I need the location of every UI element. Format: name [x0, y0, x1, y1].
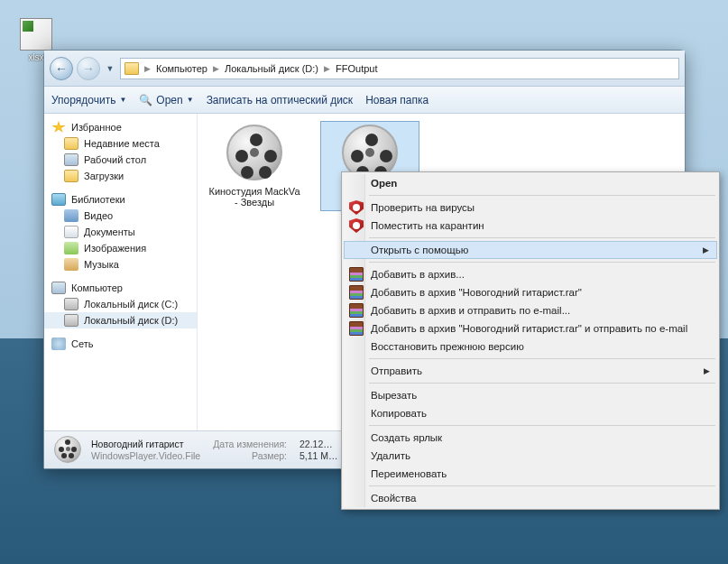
file-label: Киностудия MackVa - Звезды — [208, 186, 300, 208]
chevron-right-icon: ▶ — [324, 64, 330, 73]
sidebar-item-downloads[interactable]: Загрузки — [44, 168, 197, 184]
details-size-label: Размер: — [213, 450, 287, 461]
sidebar-item-video[interactable]: Видео — [44, 208, 197, 224]
sidebar-item-disk-d[interactable]: Локальный диск (D:) — [44, 312, 197, 328]
menu-cut[interactable]: Вырезать — [344, 386, 717, 404]
context-menu: Open Проверить на вирусы Поместить на ка… — [341, 171, 720, 510]
submenu-arrow-icon: ▶ — [704, 366, 710, 375]
disk-icon — [64, 314, 78, 327]
menu-quarantine[interactable]: Поместить на карантин — [344, 217, 717, 235]
excel-icon — [20, 18, 52, 51]
sidebar-item-disk-c[interactable]: Локальный диск (C:) — [44, 296, 197, 312]
folder-icon — [64, 137, 78, 150]
chevron-right-icon: ▶ — [144, 64, 151, 73]
menu-open[interactable]: Open — [344, 174, 717, 192]
separator — [369, 383, 715, 384]
sidebar-item-images[interactable]: Изображения — [44, 240, 197, 256]
back-button[interactable]: ← — [50, 57, 73, 80]
menu-properties[interactable]: Свойства — [344, 489, 717, 507]
menu-add-archive-named-email[interactable]: Добавить в архив "Новогодний гитарист.ra… — [344, 319, 717, 337]
separator — [369, 237, 715, 238]
library-icon — [51, 193, 66, 206]
winrar-icon — [349, 303, 364, 318]
network-icon — [51, 337, 66, 350]
crumb-disk-d[interactable]: Локальный диск (D:) — [225, 63, 318, 74]
menu-copy[interactable]: Копировать — [344, 404, 717, 422]
forward-button[interactable]: → — [77, 57, 100, 80]
toolbar: Упорядочить ▼ 🔍Open ▼ Записать на оптиче… — [44, 87, 685, 114]
breadcrumb[interactable]: ▶ Компьютер ▶ Локальный диск (D:) ▶ FFOu… — [120, 58, 679, 79]
sidebar-group-computer[interactable]: Компьютер — [44, 280, 197, 296]
sidebar-item-desktop[interactable]: Рабочий стол — [44, 152, 197, 168]
submenu-arrow-icon: ▶ — [703, 245, 709, 254]
magnifier-icon: 🔍 — [139, 94, 152, 106]
sidebar-group-favorites[interactable]: Избранное — [44, 119, 197, 135]
chevron-down-icon: ▼ — [119, 96, 126, 104]
sidebar-group-network[interactable]: Сеть — [44, 336, 197, 352]
new-folder-button[interactable]: Новая папка — [365, 94, 429, 106]
separator — [369, 262, 715, 263]
antivirus-icon — [349, 218, 364, 233]
menu-add-archive-named[interactable]: Добавить в архив "Новогодний гитарист.ra… — [344, 283, 717, 301]
menu-rename[interactable]: Переименовать — [344, 465, 717, 483]
crumb-computer[interactable]: Компьютер — [156, 63, 207, 74]
menu-create-shortcut[interactable]: Создать ярлык — [344, 429, 717, 447]
video-file-icon — [226, 125, 283, 182]
navigation-pane: Избранное Недавние места Рабочий стол За… — [44, 114, 198, 430]
sidebar-item-recent[interactable]: Недавние места — [44, 135, 197, 152]
video-icon — [64, 209, 78, 222]
sidebar-item-documents[interactable]: Документы — [44, 224, 197, 240]
details-size-value: 5,11 М… — [299, 450, 338, 461]
winrar-icon — [349, 267, 364, 282]
winrar-icon — [349, 285, 364, 300]
separator — [369, 195, 715, 196]
separator — [369, 485, 715, 486]
history-dropdown-icon[interactable]: ▼ — [104, 60, 116, 77]
image-icon — [64, 242, 78, 254]
menu-add-archive[interactable]: Добавить в архив... — [344, 265, 717, 283]
sidebar-group-libraries[interactable]: Библиотеки — [44, 191, 197, 208]
antivirus-icon — [349, 200, 364, 215]
file-item[interactable]: Киностудия MackVa - Звезды — [205, 121, 304, 211]
separator — [369, 425, 715, 426]
video-file-icon — [53, 436, 82, 465]
open-button[interactable]: 🔍Open ▼ — [139, 94, 193, 106]
crumb-ffoutput[interactable]: FFOutput — [336, 63, 377, 74]
details-filename: Новогодний гитарист — [91, 439, 200, 449]
music-icon — [64, 258, 78, 271]
chevron-down-icon: ▼ — [187, 96, 194, 104]
details-modified-value: 22.12… — [299, 439, 338, 449]
winrar-icon — [349, 321, 364, 336]
chevron-right-icon: ▶ — [213, 64, 219, 73]
details-filetype: WindowsPlayer.Video.File — [91, 450, 200, 461]
organize-button[interactable]: Упорядочить ▼ — [51, 94, 126, 106]
sidebar-item-music[interactable]: Музыка — [44, 256, 197, 273]
menu-restore-previous[interactable]: Восстановить прежнюю версию — [344, 337, 717, 356]
disk-icon — [64, 298, 78, 310]
details-modified-label: Дата изменения: — [213, 439, 287, 449]
folder-icon — [124, 62, 139, 75]
address-bar-row: ← → ▼ ▶ Компьютер ▶ Локальный диск (D:) … — [44, 51, 685, 87]
menu-send-to[interactable]: Отправить▶ — [344, 362, 717, 380]
star-icon — [51, 121, 66, 134]
folder-icon — [64, 170, 78, 182]
separator — [369, 358, 715, 359]
burn-button[interactable]: Записать на оптический диск — [207, 94, 354, 106]
desktop-icon — [64, 153, 78, 166]
menu-scan-virus[interactable]: Проверить на вирусы — [344, 199, 717, 217]
computer-icon — [51, 282, 66, 294]
menu-delete[interactable]: Удалить — [344, 447, 717, 465]
document-icon — [64, 226, 78, 238]
menu-add-archive-email[interactable]: Добавить в архив и отправить по e-mail..… — [344, 301, 717, 319]
menu-open-with[interactable]: Открыть с помощью▶ — [344, 241, 717, 259]
